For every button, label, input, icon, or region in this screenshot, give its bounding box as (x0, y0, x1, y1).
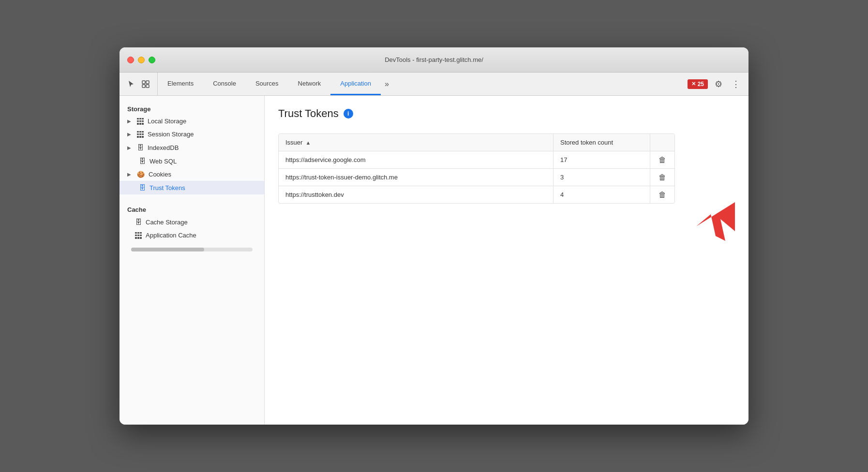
database-icon: 🗄 (139, 184, 146, 192)
tab-elements[interactable]: Elements (158, 73, 203, 95)
delete-button[interactable]: 🗑 (656, 171, 669, 184)
database-icon: 🗄 (139, 157, 146, 165)
issuer-column-header[interactable]: Issuer ▲ (279, 134, 554, 151)
issuer-cell: https://trust-token-issuer-demo.glitch.m… (279, 169, 554, 186)
table-header: Issuer ▲ Stored token count (279, 134, 674, 151)
action-column-header (650, 134, 674, 151)
annotation-arrow (696, 202, 735, 246)
grid-icon (137, 131, 144, 138)
local-storage-label: Local Storage (148, 118, 186, 125)
chevron-right-icon: ▶ (127, 118, 133, 124)
tab-sources[interactable]: Sources (246, 73, 288, 95)
error-badge[interactable]: ✕ 25 (688, 79, 708, 89)
minimize-button[interactable] (138, 57, 145, 63)
devtools-tab-bar: Elements Console Sources Network Applica… (120, 73, 748, 96)
devtools-window: DevTools - first-party-test.glitch.me/ E (120, 47, 748, 425)
tab-list: Elements Console Sources Network Applica… (158, 73, 682, 95)
page-title-row: Trust Tokens i (278, 107, 735, 120)
trust-tokens-label: Trust Tokens (150, 184, 185, 192)
cursor-icon[interactable] (125, 78, 137, 90)
svg-marker-4 (696, 202, 735, 241)
table-row: https://adservice.google.com 17 🗑 (279, 151, 674, 169)
sidebar-item-session-storage[interactable]: ▶ Session Storage (120, 128, 264, 141)
main-layout: Storage ▶ Local Storage ▶ (120, 96, 748, 425)
count-cell: 3 (554, 169, 650, 186)
count-cell: 4 (554, 186, 650, 203)
cache-section-label: Cache (120, 202, 264, 215)
tab-console[interactable]: Console (203, 73, 246, 95)
sidebar-item-cookies[interactable]: ▶ 🍪 Cookies (120, 168, 264, 181)
error-count: 25 (698, 81, 704, 88)
database-icon: 🗄 (135, 218, 142, 226)
cache-storage-label: Cache Storage (146, 219, 188, 226)
sidebar-item-websql[interactable]: 🗄 Web SQL (120, 154, 264, 168)
tab-network[interactable]: Network (288, 73, 331, 95)
svg-rect-1 (146, 81, 149, 84)
sidebar-item-indexeddb[interactable]: ▶ 🗄 IndexedDB (120, 141, 264, 154)
info-icon[interactable]: i (344, 109, 353, 118)
cookie-icon: 🍪 (137, 171, 145, 178)
delete-button[interactable]: 🗑 (656, 153, 669, 167)
chevron-right-icon: ▶ (127, 145, 133, 150)
window-title: DevTools - first-party-test.glitch.me/ (385, 56, 483, 63)
traffic-lights (127, 57, 155, 63)
count-cell: 17 (554, 151, 650, 168)
sidebar-scrollbar (120, 242, 264, 257)
content-area: Trust Tokens i Issuer ▲ Stored token cou… (265, 96, 748, 425)
settings-button[interactable]: ⚙ (712, 77, 725, 91)
issuer-cell: https://adservice.google.com (279, 151, 554, 168)
chevron-right-icon: ▶ (127, 132, 133, 137)
more-tabs-button[interactable]: » (381, 73, 393, 95)
sidebar-item-application-cache[interactable]: Application Cache (120, 229, 264, 242)
sidebar-item-trust-tokens[interactable]: 🗄 Trust Tokens (120, 181, 264, 194)
error-x-icon: ✕ (691, 81, 696, 87)
more-options-button[interactable]: ⋮ (729, 77, 743, 91)
session-storage-label: Session Storage (148, 131, 194, 138)
maximize-button[interactable] (149, 57, 155, 63)
chevron-right-icon: ▶ (127, 172, 133, 177)
inspect-icon[interactable] (140, 78, 151, 90)
table-row: https://trusttoken.dev 4 🗑 (279, 186, 674, 203)
cookies-label: Cookies (149, 171, 171, 178)
delete-cell: 🗑 (650, 169, 674, 186)
database-icon: 🗄 (137, 144, 144, 151)
delete-cell: 🗑 (650, 186, 674, 203)
grid-icon (135, 232, 142, 239)
websql-label: Web SQL (150, 158, 177, 165)
delete-button[interactable]: 🗑 (656, 188, 669, 202)
trust-tokens-table: Issuer ▲ Stored token count https://adse… (278, 133, 675, 204)
issuer-cell: https://trusttoken.dev (279, 186, 554, 203)
close-button[interactable] (127, 57, 134, 63)
indexeddb-label: IndexedDB (148, 144, 179, 151)
grid-icon (137, 118, 144, 125)
toolbar-right: ✕ 25 ⚙ ⋮ (682, 73, 748, 95)
storage-section-label: Storage (120, 102, 264, 115)
sidebar-item-local-storage[interactable]: ▶ Local Storage (120, 115, 264, 128)
delete-cell: 🗑 (650, 151, 674, 168)
svg-rect-2 (142, 85, 145, 88)
svg-rect-0 (142, 81, 145, 84)
sidebar: Storage ▶ Local Storage ▶ (120, 96, 265, 425)
sidebar-item-cache-storage[interactable]: 🗄 Cache Storage (120, 215, 264, 229)
sort-arrow-icon: ▲ (305, 140, 311, 146)
application-cache-label: Application Cache (146, 232, 196, 239)
token-count-column-header: Stored token count (554, 134, 650, 151)
title-bar: DevTools - first-party-test.glitch.me/ (120, 47, 748, 73)
page-title: Trust Tokens (278, 107, 339, 120)
table-row: https://trust-token-issuer-demo.glitch.m… (279, 169, 674, 186)
svg-rect-3 (146, 85, 149, 88)
toolbar-icons (120, 73, 158, 95)
tab-application[interactable]: Application (330, 73, 381, 95)
